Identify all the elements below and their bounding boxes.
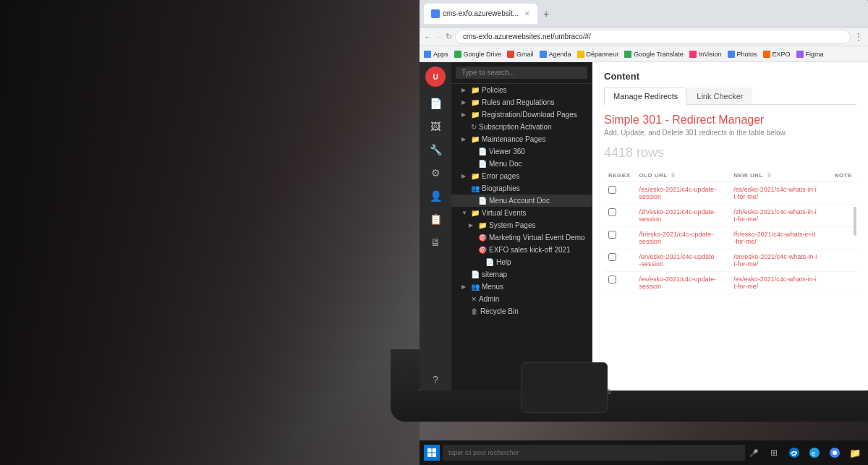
sidebar-icon-deploy[interactable]: 🖥 [424, 231, 447, 253]
expand-arrow: ▼ [461, 210, 469, 216]
regex-checkbox[interactable] [608, 231, 616, 239]
tab-close-icon[interactable]: ✕ [524, 10, 530, 17]
new-url-cell: /en/esko-2021/c4c-whats-in-it-for-me/ [729, 249, 822, 272]
bookmark-apps[interactable]: Apps [424, 51, 448, 58]
tree-item-help[interactable]: 📄 Help ••• [451, 256, 592, 268]
umbraco-logo[interactable]: U [425, 67, 446, 87]
taskbar-icon-task-view[interactable]: ⊞ [765, 444, 783, 461]
browser-tab[interactable]: cms-exfo.azurewebsit... ✕ [424, 4, 537, 24]
sidebar-icon-help[interactable]: ? [424, 369, 447, 391]
windows-start-button[interactable] [424, 445, 440, 461]
sidebar-icon-users[interactable]: 👤 [424, 185, 447, 207]
bookmark-google-translate[interactable]: Google Translate [624, 51, 684, 58]
expand-arrow: ▶ [469, 222, 476, 229]
spacer-cell [822, 227, 830, 249]
bookmark-icon [624, 51, 631, 58]
new-tab-icon[interactable]: + [543, 8, 549, 20]
sidebar-icon-settings[interactable]: 🔧 [424, 139, 447, 161]
tree-item-admin[interactable]: ✕ Admin [451, 293, 592, 305]
tree-item-viewer360[interactable]: 📄 Viewer 360 [451, 145, 592, 158]
tree-item-subscription[interactable]: ↻ Subscription Activation [451, 121, 592, 133]
tree-item-registration[interactable]: ▶ 📁 Registration/Download Pages [451, 108, 592, 121]
svg-point-8 [833, 451, 837, 455]
tree-item-error-pages[interactable]: ▶ 📁 Error pages [451, 170, 592, 182]
tree-item-biographies[interactable]: 👥 Biographies [451, 182, 592, 195]
bookmark-agenda[interactable]: Agenda [540, 51, 571, 58]
spacer-cell [822, 272, 830, 294]
folder-icon: 📁 [478, 221, 487, 229]
tree-item-menu-doc[interactable]: 📄 Menu Doc [451, 158, 592, 170]
sidebar-icon-forms[interactable]: 📋 [424, 208, 447, 230]
bookmark-icon [689, 51, 697, 58]
tree-item-menus[interactable]: ▶ 👥 Menus [451, 281, 592, 293]
taskbar-icon-explorer[interactable]: 📁 [846, 444, 864, 461]
sidebar-icon-media[interactable]: 🖼 [424, 116, 447, 137]
scrollbar-thumb[interactable] [854, 207, 856, 236]
trash-icon: 🗑 [471, 307, 478, 315]
tree-item-marketing-virtual[interactable]: 🎯 Marketing Virtual Event Demo [451, 231, 592, 244]
tree-item-label: Recycle Bin [480, 307, 587, 315]
sidebar-icon-packages[interactable]: ⚙ [424, 162, 447, 184]
menu-icon[interactable]: ⋮ [854, 31, 864, 43]
taskbar-icon-ie[interactable]: e [806, 444, 823, 461]
spacer-cell [720, 205, 729, 227]
svg-rect-3 [433, 453, 437, 458]
svg-rect-1 [433, 448, 437, 453]
regex-checkbox[interactable] [608, 253, 616, 261]
expand-arrow: ▶ [461, 136, 469, 142]
regex-checkbox[interactable] [608, 276, 616, 283]
edge-browser-icon [788, 447, 800, 458]
regex-checkbox[interactable] [608, 208, 616, 216]
tree-item-menu-account-doc[interactable]: 📄 Menu Account Doc [451, 195, 592, 207]
spacer-cell [720, 227, 729, 249]
microphone-icon[interactable]: 🎤 [748, 447, 760, 458]
bookmark-gmail[interactable]: Gmail [507, 51, 534, 58]
tree-scroll[interactable]: ▶ 📁 Policies ▶ 📁 Rules and Regulations ▶… [451, 84, 592, 391]
forward-icon[interactable]: → [435, 33, 443, 41]
tree-item-label: System Pages [489, 221, 587, 229]
sidebar-icon-content[interactable]: 📄 [424, 93, 447, 114]
col-note: NOTE [830, 169, 856, 182]
bookmark-expo[interactable]: EXPO [763, 51, 791, 58]
tree-search-input[interactable] [456, 67, 587, 79]
tab-link-checker[interactable]: Link Checker [687, 88, 752, 104]
tree-item-recycle-bin[interactable]: 🗑 Recycle Bin [451, 305, 592, 317]
tree-item-label: Error pages [482, 172, 587, 180]
svg-rect-2 [427, 453, 432, 458]
regex-checkbox[interactable] [608, 186, 616, 194]
address-bar[interactable]: cms-exfo.azurewebsites.net/umbraco/#/ [455, 30, 851, 44]
bookmark-photos[interactable]: Photos [728, 51, 757, 58]
chrome-icon [829, 447, 841, 458]
tabs-row: Manage Redirects Link Checker [604, 88, 856, 105]
taskbar-icon-edge[interactable] [786, 444, 803, 461]
reload-icon[interactable]: ↻ [446, 32, 452, 41]
tree-item-label: Menu Account Doc [489, 197, 587, 205]
tree-item-exfo-sales[interactable]: 🎯 EXFO sales kick-off 2021 [451, 244, 592, 256]
tab-manage-redirects[interactable]: Manage Redirects [604, 88, 687, 105]
regex-checkbox-cell [604, 182, 635, 205]
tree-item-sitemap[interactable]: 📄 sitemap [451, 268, 592, 281]
sort-icon: ⇅ [671, 172, 676, 179]
tree-item-virtual-events[interactable]: ▼ 📁 Virtual Events [451, 207, 592, 219]
spacer-cell [720, 272, 729, 294]
tree-item-policies[interactable]: ▶ 📁 Policies [451, 84, 592, 96]
bookmark-icon [796, 51, 804, 58]
tree-item-label: Virtual Events [482, 209, 587, 217]
tree-item-system-pages[interactable]: ▶ 📁 System Pages [451, 219, 592, 231]
event-icon: 🎯 [478, 234, 487, 242]
taskbar-search-input[interactable] [443, 445, 745, 461]
tree-item-rules[interactable]: ▶ 📁 Rules and Regulations [451, 96, 592, 108]
taskbar-icon-chrome[interactable] [826, 444, 843, 461]
tree-item-label: Subscription Activation [479, 123, 587, 131]
bookmark-depanneur[interactable]: Dépanneur [577, 51, 619, 58]
bookmark-google-drive[interactable]: Google Drive [454, 51, 502, 58]
col-spacer2 [822, 169, 830, 182]
folder-icon: 📁 [471, 135, 480, 143]
old-url-cell: /es/esko-2021/c4c-update-session [635, 182, 721, 205]
bookmark-icon [728, 51, 735, 58]
tree-item-maintenance[interactable]: ▶ 📁 Maintenance Pages [451, 133, 592, 145]
back-icon[interactable]: ← [424, 33, 432, 41]
bookmark-figma[interactable]: Figma [796, 51, 824, 58]
bookmark-invision[interactable]: InVision [689, 51, 722, 58]
spacer-cell [822, 249, 830, 272]
